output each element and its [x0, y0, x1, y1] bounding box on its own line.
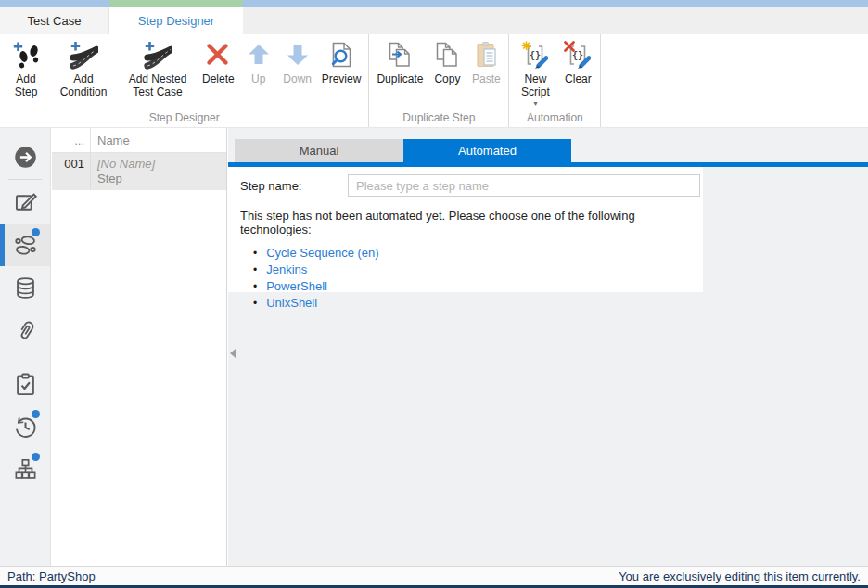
status-bar: Path: PartyShop You are exclusively edit…: [0, 566, 868, 588]
active-tab-highlight-strip: [109, 0, 243, 7]
sidebar-item-history[interactable]: [0, 405, 50, 448]
ribbon-group-automation: {} New Script ▼ {} Clear Aut: [509, 34, 601, 127]
button-label: Paste: [472, 72, 501, 85]
document-tab-bar: Test Case Step Designer: [0, 7, 868, 34]
document-magnifier-icon: [326, 40, 356, 70]
sidebar-item-dependencies[interactable]: [0, 448, 50, 491]
condition-add-icon: [69, 40, 98, 70]
panel-collapse-arrow-icon[interactable]: [230, 349, 236, 358]
sidebar-item-edit[interactable]: [0, 181, 50, 224]
copy-documents-icon: [432, 40, 462, 70]
list-item: •Jenkins: [253, 262, 703, 278]
list-item: •Cycle Sequence (en): [253, 245, 703, 262]
svg-text:{}: {}: [530, 50, 541, 60]
notification-badge: [32, 228, 40, 236]
button-label: Preview: [322, 72, 362, 85]
paperclip-icon: [13, 318, 38, 343]
button-label: Delete: [202, 72, 235, 85]
button-label: New Script: [517, 72, 554, 98]
database-icon: [13, 275, 38, 300]
notification-badge: [32, 410, 40, 418]
technology-list: •Cycle Sequence (en) •Jenkins •PowerShel…: [253, 245, 703, 312]
button-label: Add Nested Test Case: [122, 72, 193, 98]
clear-script-button[interactable]: {} Clear: [558, 36, 597, 87]
script-clear-icon: {}: [563, 40, 593, 70]
button-label: Down: [283, 72, 312, 85]
sidebar-collapse-button[interactable]: [0, 135, 50, 178]
step-list-panel: ... Name 001 [No Name] Step: [52, 128, 227, 566]
status-editing-message: You are exclusively editing this item cu…: [619, 569, 861, 583]
tab-automated[interactable]: Automated: [403, 139, 571, 162]
left-icon-sidebar: [0, 128, 51, 566]
step-name-input[interactable]: [348, 174, 700, 197]
sidebar-divider: [8, 179, 42, 180]
technology-link-powershell[interactable]: PowerShell: [266, 279, 327, 293]
bullet: •: [253, 263, 257, 276]
tab-manual[interactable]: Manual: [235, 139, 403, 162]
step-list-header: ... Name: [52, 128, 226, 153]
button-label: Add Condition: [54, 72, 113, 98]
list-item: •PowerShell: [253, 278, 703, 295]
preview-button[interactable]: Preview: [317, 36, 366, 87]
arrow-up-icon: [244, 40, 274, 70]
footprints-add-icon: [11, 40, 41, 70]
add-nested-test-case-button[interactable]: Add Nested Test Case: [118, 36, 198, 100]
add-step-button[interactable]: Add Step: [3, 36, 49, 100]
button-label: Duplicate: [377, 72, 423, 85]
paste-button[interactable]: Paste: [466, 36, 505, 87]
copy-button[interactable]: Copy: [428, 36, 466, 87]
bullet: •: [253, 280, 257, 293]
up-button[interactable]: Up: [239, 36, 278, 87]
circle-arrow-right-icon: [13, 145, 38, 170]
ribbon-group-label: Step Designer: [0, 111, 368, 124]
technology-link-jenkins[interactable]: Jenkins: [266, 262, 307, 276]
sidebar-item-tasks[interactable]: [0, 363, 50, 405]
sidebar-item-attachments[interactable]: [0, 309, 50, 352]
duplicate-documents-icon: [385, 40, 415, 70]
tab-step-designer[interactable]: Step Designer: [109, 7, 243, 34]
arrow-down-icon: [283, 40, 313, 70]
step-type-label: Step: [97, 172, 226, 186]
down-button[interactable]: Down: [278, 36, 317, 87]
step-name-label: Step name:: [240, 179, 348, 193]
notification-badge: [32, 453, 40, 461]
script-new-icon: {}: [520, 40, 550, 70]
button-label: Copy: [434, 72, 460, 85]
bullet: •: [253, 297, 257, 310]
sidebar-item-steps[interactable]: [0, 224, 50, 266]
new-script-button[interactable]: {} New Script ▼: [512, 36, 558, 109]
delete-button[interactable]: Delete: [198, 36, 239, 87]
step-row[interactable]: 001 [No Name] Step: [52, 153, 226, 190]
technology-link-cycle-sequence[interactable]: Cycle Sequence (en): [266, 246, 378, 260]
nested-test-case-add-icon: [143, 40, 172, 70]
clipboard-check-icon: [13, 372, 38, 397]
automation-form: Step name: This step has not been automa…: [228, 167, 703, 292]
duplicate-button[interactable]: Duplicate: [372, 36, 428, 87]
main-area: ... Name 001 [No Name] Step Manual Autom…: [0, 128, 868, 566]
status-path: Path: PartyShop: [7, 569, 96, 583]
clipboard-paste-icon: [471, 40, 501, 70]
bullet: •: [253, 247, 257, 260]
step-number: 001: [52, 153, 91, 190]
add-condition-button[interactable]: Add Condition: [49, 36, 118, 100]
ribbon-toolbar: Add Step Add Condition: [0, 34, 868, 128]
editor-tab-bar: Manual Automated: [228, 139, 868, 162]
step-editor-panel: Manual Automated Step name: This step ha…: [228, 128, 868, 566]
technology-link-unixshell[interactable]: UnixShell: [266, 296, 317, 310]
tab-test-case[interactable]: Test Case: [0, 7, 109, 34]
delete-x-icon: [203, 40, 233, 70]
list-item: •UnixShell: [253, 295, 703, 312]
ribbon-group-duplicate-step: Duplicate Copy P: [369, 34, 509, 127]
step-name-placeholder-text: [No Name]: [97, 157, 226, 172]
chevron-down-icon: ▼: [532, 100, 539, 107]
sidebar-item-data[interactable]: [0, 266, 50, 309]
window-top-strip: [0, 0, 868, 7]
automation-message: This step has not been automated yet. Pl…: [240, 209, 691, 236]
ribbon-group-label: Duplicate Step: [369, 111, 508, 124]
edit-pencil-icon: [13, 190, 38, 215]
column-header-index[interactable]: ...: [52, 128, 91, 152]
ribbon-group-label: Automation: [509, 111, 600, 124]
column-header-name[interactable]: Name: [91, 128, 226, 152]
button-label: Up: [251, 72, 265, 85]
button-label: Clear: [565, 72, 592, 85]
